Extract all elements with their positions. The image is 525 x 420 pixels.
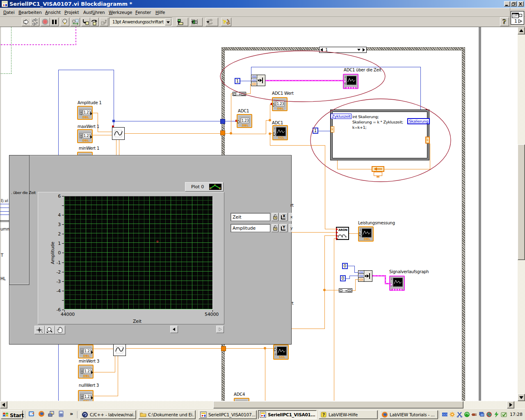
help-button[interactable]: ? — [500, 17, 509, 26]
feedback-init-terminal[interactable] — [374, 172, 382, 176]
control-minwert3[interactable]: 1.23DBL — [78, 365, 94, 379]
menu-werkzeuge[interactable]: Werkzeuge — [109, 10, 132, 15]
index-node-1[interactable] — [233, 92, 246, 96]
sine-node-1[interactable] — [112, 127, 125, 140]
reorder-objects-dropdown[interactable] — [205, 18, 218, 26]
title-bar[interactable]: SeriellPC1_VISA0107.vi Blockdiagramm * — [0, 0, 525, 8]
align-objects-dropdown[interactable] — [176, 18, 188, 26]
quicklaunch-calculator[interactable] — [58, 411, 65, 418]
abort-button[interactable] — [41, 18, 50, 26]
palette-cursor-button[interactable] — [34, 326, 45, 334]
task-button-4[interactable]: ?LabVIEW-Hilfe — [319, 410, 378, 419]
control-nullwert3[interactable]: 1.23DBL — [78, 390, 94, 401]
index-node-2[interactable] — [339, 288, 352, 292]
frame-dropdown-icon[interactable] — [356, 47, 361, 52]
scale-lock-button-y[interactable] — [272, 224, 278, 232]
constant-0a[interactable]: 0 — [342, 263, 348, 269]
bundle-node-2[interactable]: I32I32C3 — [358, 270, 372, 282]
font-selector-dropdown-arrow[interactable] — [165, 18, 171, 25]
menu-projekt[interactable]: Projekt — [64, 10, 79, 15]
plot-line-sample[interactable] — [209, 184, 221, 190]
step-over-button[interactable] — [90, 18, 99, 26]
menu-ansicht[interactable]: Ansicht — [45, 10, 61, 15]
step-out-button[interactable] — [100, 18, 108, 26]
constant-1a[interactable]: 1 — [235, 78, 240, 84]
quicklaunch-remote-desktop[interactable] — [48, 411, 55, 418]
scale-autoscale-button-x[interactable]: x — [289, 213, 292, 221]
formula-terminal-k-right[interactable]: k — [425, 137, 430, 144]
font-selector[interactable]: 13pt Anwendungsschriftart — [109, 18, 172, 26]
chart-leistungsmessung[interactable]: 200.0 1.0DBL — [358, 226, 374, 242]
step-into-button[interactable] — [82, 18, 90, 26]
tray-icon-stack[interactable] — [479, 411, 485, 418]
scale-lock-button-x[interactable] — [272, 213, 278, 221]
menu-bearbeiten[interactable]: Bearbeiten — [18, 10, 42, 15]
scroll-up-button[interactable] — [518, 27, 525, 34]
task-button-2[interactable]: SeriellPC1_VISA0107... — [199, 410, 257, 419]
graph-scroll-left[interactable] — [170, 326, 178, 333]
plot-legend[interactable]: Plot 0 — [185, 182, 224, 192]
scale-autoscale-button-y[interactable]: y — [289, 224, 292, 232]
hscroll-thumb[interactable] — [213, 401, 463, 409]
tray-icon-scissors[interactable] — [457, 411, 463, 418]
indicator-adc1[interactable]: 1.23DBL — [237, 114, 252, 128]
formula-input-zykluszeit[interactable]: Zykluszeit — [331, 114, 352, 119]
xy-graph[interactable]: 643210-1-2-3-4-64400054000ZeitAmplitude — [38, 192, 224, 324]
cleanup-diagram-button[interactable] — [221, 18, 231, 26]
vscroll-thumb[interactable] — [518, 144, 525, 260]
frame-prev-arrow-icon[interactable] — [320, 47, 324, 52]
retain-wire-values-button[interactable] — [71, 18, 80, 26]
restore-button[interactable] — [511, 1, 517, 7]
quicklaunch-overflow[interactable]: » — [70, 411, 73, 417]
constant-0b[interactable]: 0 — [340, 275, 346, 281]
scale-format-button-x[interactable]: X — [279, 213, 288, 221]
xy-graph-adc1-zeit[interactable]: 200.0 1.0 — [343, 74, 358, 89]
quicklaunch-show-desktop[interactable] — [28, 411, 36, 418]
tray-icon-ccs[interactable]: CCS — [442, 411, 448, 418]
close-button[interactable] — [518, 1, 524, 7]
distribute-objects-dropdown[interactable] — [190, 18, 203, 26]
feedback-node[interactable] — [372, 166, 384, 172]
tray-icon-gear[interactable] — [449, 411, 455, 418]
vi-icon[interactable]: 1 — [511, 11, 524, 25]
palette-pan-button[interactable] — [55, 326, 65, 334]
control-amplitude1[interactable]: 1.23DBL — [77, 106, 93, 120]
highlight-execution-button[interactable] — [60, 18, 69, 26]
block-diagram[interactable]: 1Amplitude 11.23DBLmaxWert 11.23DBLminWe… — [0, 27, 518, 401]
run-continuously-button[interactable] — [30, 18, 39, 26]
quicklaunch-firefox[interactable] — [38, 411, 46, 418]
chart-adc1[interactable]: 200.0 1.0SGL — [272, 125, 288, 140]
run-button[interactable] — [22, 18, 31, 26]
tray-icon-plug[interactable] — [471, 411, 477, 418]
formula-output-skalierung[interactable]: Skalierung — [407, 118, 430, 124]
menu-ausführen[interactable]: Ausführen — [83, 10, 105, 15]
sine-node-2[interactable] — [113, 343, 126, 356]
front-panel-window[interactable]: . über die ZeitPlot 0643210-1-2-3-4-6440… — [9, 155, 292, 345]
control-adc4[interactable]: 1.23DBL — [234, 398, 249, 401]
scroll-left-button[interactable] — [0, 401, 7, 409]
graph-signalverlaufsgraph[interactable]: 200.0 1.0 — [389, 276, 405, 291]
horizontal-scrollbar[interactable] — [0, 401, 525, 409]
menu-datei[interactable]: Datei — [3, 10, 15, 15]
menu-fenster[interactable]: Fenster — [135, 10, 151, 15]
graph-scroll-right[interactable] — [216, 326, 224, 333]
tray-icon-bolt[interactable] — [493, 411, 500, 418]
palette-zoom-button[interactable] — [45, 326, 55, 334]
plot-area[interactable] — [64, 196, 213, 310]
control-maxwert1[interactable]: 1.23DBL — [77, 129, 93, 143]
indicator-adc1-wert[interactable]: 1.23DBL — [272, 97, 288, 111]
scroll-right-button[interactable] — [507, 401, 514, 409]
pause-button[interactable] — [50, 18, 59, 26]
task-button-1[interactable]: C:\Dokumente und Ei... — [138, 410, 196, 419]
start-button[interactable]: Start — [1, 410, 23, 419]
control-hidden-label[interactable]: 1.23DBL — [78, 345, 94, 358]
tray-icon-vcheck[interactable] — [501, 411, 507, 418]
bundle-node-1[interactable]: I32I32C3 — [251, 75, 265, 86]
scale-name-field-y[interactable]: Amplitude — [231, 224, 270, 232]
menu-hilfe[interactable]: Hilfe — [155, 10, 165, 15]
tray-icon-green-orb[interactable] — [464, 411, 470, 418]
vertical-scrollbar[interactable] — [518, 27, 525, 401]
minimize-button[interactable] — [504, 1, 510, 7]
formula-terminal-k-left[interactable]: k — [331, 126, 334, 132]
task-button-3[interactable]: SeriellPC1_VISA01... — [258, 410, 317, 419]
